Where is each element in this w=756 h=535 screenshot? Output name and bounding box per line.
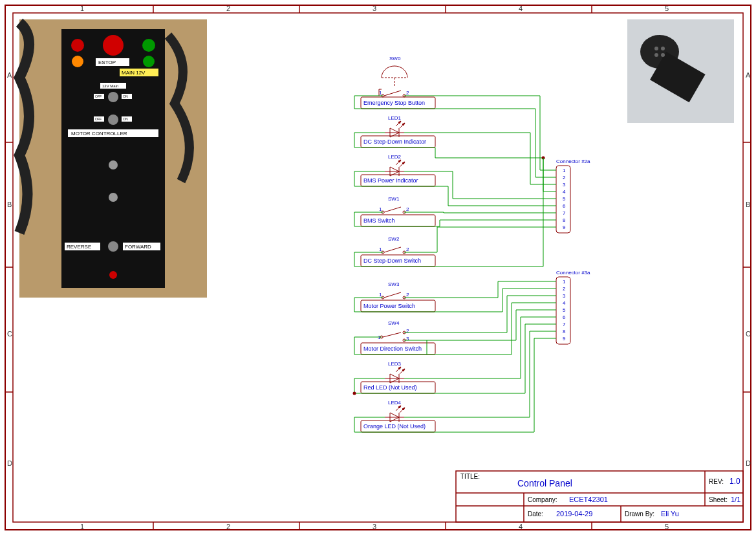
- control-panel-photo: ESTOP MAIN 12V 12V Main OFF ON OFF ON MO…: [19, 19, 207, 298]
- sw2-block: SW2 1 2 DC Step-Down Switch: [361, 236, 435, 267]
- svg-point-31: [143, 56, 155, 67]
- svg-line-102: [384, 207, 401, 212]
- svg-point-38: [108, 92, 118, 102]
- svg-point-30: [72, 56, 83, 67]
- svg-text:SW2: SW2: [388, 236, 400, 242]
- svg-text:Connector #2a: Connector #2a: [556, 158, 590, 164]
- svg-text:TITLE:: TITLE:: [460, 473, 480, 480]
- svg-text:FORWARD: FORWARD: [125, 244, 151, 250]
- svg-text:1.0: 1.0: [729, 477, 740, 486]
- svg-point-63: [654, 53, 658, 57]
- svg-text:6: 6: [563, 203, 566, 209]
- schematic-title: Control Panel: [517, 478, 572, 488]
- svg-text:OFF: OFF: [95, 117, 102, 121]
- connector-3a: Connector #3a 1 2 3 4 5 6 7 8 9: [556, 270, 590, 344]
- svg-text:2: 2: [406, 90, 409, 96]
- svg-text:B: B: [746, 201, 750, 208]
- svg-text:4: 4: [563, 300, 566, 306]
- svg-text:2: 2: [406, 328, 409, 334]
- title-block: TITLE: Control Panel REV: 1.0 Company: E…: [456, 471, 743, 522]
- svg-text:Emergency Stop Button: Emergency Stop Button: [363, 100, 425, 106]
- svg-text:8: 8: [563, 217, 566, 223]
- svg-point-57: [109, 271, 117, 279]
- col-2: 2: [226, 5, 230, 12]
- svg-point-64: [661, 53, 665, 57]
- col-3: 3: [373, 5, 376, 12]
- svg-text:8: 8: [563, 329, 566, 334]
- svg-text:Connector #3a: Connector #3a: [556, 270, 590, 276]
- svg-text:Motor Power Switch: Motor Power Switch: [363, 303, 415, 309]
- svg-text:ON: ON: [123, 94, 128, 98]
- sw0-symbol: SW0: [382, 56, 407, 87]
- svg-point-50: [109, 160, 118, 169]
- col-5: 5: [665, 5, 669, 12]
- svg-text:DC Step-Down Switch: DC Step-Down Switch: [363, 257, 421, 264]
- svg-text:ECET42301: ECET42301: [569, 496, 608, 503]
- svg-text:Red LED (Not Used): Red LED (Not Used): [363, 384, 417, 391]
- svg-text:7: 7: [563, 210, 566, 216]
- svg-text:1: 1: [563, 279, 566, 285]
- svg-text:3: 3: [406, 336, 409, 342]
- svg-text:OFF: OFF: [95, 94, 102, 98]
- svg-text:MOTOR CONTROLLER: MOTOR CONTROLLER: [71, 131, 127, 136]
- svg-point-54: [108, 241, 118, 252]
- svg-text:MAIN 12V: MAIN 12V: [122, 70, 146, 76]
- svg-text:LED3: LED3: [388, 361, 402, 367]
- svg-text:BMS Switch: BMS Switch: [363, 217, 395, 224]
- row-D: D: [7, 459, 12, 467]
- svg-text:5: 5: [563, 307, 566, 313]
- row-C: C: [7, 330, 12, 338]
- svg-text:Company:: Company:: [528, 496, 557, 503]
- svg-text:2: 2: [406, 292, 409, 298]
- svg-text:1: 1: [563, 168, 566, 173]
- svg-text:SW4: SW4: [388, 320, 400, 326]
- svg-text:LED4: LED4: [388, 400, 402, 406]
- svg-text:7: 7: [563, 322, 566, 327]
- svg-point-62: [661, 47, 665, 50]
- led4-block: LED4 Orange LED (Not Used): [361, 400, 435, 432]
- svg-text:2: 2: [226, 523, 230, 530]
- svg-text:5: 5: [665, 523, 669, 530]
- svg-text:2019-04-29: 2019-04-29: [556, 510, 592, 518]
- svg-text:2: 2: [563, 286, 566, 292]
- svg-text:LED2: LED2: [388, 154, 402, 160]
- connector-2a: Connector #2a 1 2 3 4 5 6 7 8 9: [556, 158, 590, 233]
- svg-text:Drawn By:: Drawn By:: [625, 510, 654, 518]
- svg-text:2: 2: [406, 246, 409, 252]
- svg-text:Motor Direction Switch: Motor Direction Switch: [363, 345, 422, 352]
- svg-text:SW3: SW3: [388, 281, 400, 287]
- svg-text:ESTOP: ESTOP: [98, 60, 116, 65]
- svg-text:Sheet:: Sheet:: [709, 496, 728, 503]
- svg-text:9: 9: [563, 224, 566, 230]
- svg-text:A: A: [746, 71, 751, 79]
- row-A: A: [7, 71, 12, 79]
- estop-block: Emergency Stop Button 1 2: [361, 89, 435, 109]
- svg-text:DC Step-Down Indicator: DC Step-Down Indicator: [363, 138, 426, 145]
- svg-text:REVERSE: REVERSE: [67, 244, 91, 250]
- svg-point-51: [109, 193, 118, 202]
- svg-point-61: [654, 47, 658, 50]
- svg-point-28: [103, 35, 124, 56]
- connector-photo: [627, 19, 734, 123]
- svg-text:1: 1: [80, 523, 84, 530]
- led2-block: LED2 BMS Power Indicator: [361, 154, 435, 186]
- svg-line-74: [384, 91, 401, 96]
- svg-point-29: [142, 39, 155, 52]
- svg-text:3: 3: [563, 293, 566, 299]
- svg-point-191: [353, 392, 356, 395]
- svg-point-27: [71, 39, 84, 52]
- svg-text:6: 6: [563, 314, 566, 320]
- schematic-sheet: 1 2 3 4 5 1 2 3 4 5 A B C D A B C D ESTO…: [0, 0, 756, 535]
- svg-text:Date:: Date:: [528, 510, 543, 518]
- svg-text:2: 2: [563, 175, 566, 180]
- svg-text:REV:: REV:: [709, 478, 724, 485]
- svg-text:2: 2: [406, 206, 409, 212]
- svg-text:LED1: LED1: [388, 115, 402, 121]
- svg-text:3: 3: [373, 523, 376, 530]
- col-4: 4: [519, 5, 523, 12]
- svg-text:9: 9: [563, 336, 566, 342]
- svg-text:3: 3: [563, 182, 566, 188]
- svg-text:Eli Yu: Eli Yu: [661, 510, 679, 518]
- svg-text:C: C: [746, 330, 751, 338]
- led3-block: LED3 Red LED (Not Used): [361, 361, 435, 393]
